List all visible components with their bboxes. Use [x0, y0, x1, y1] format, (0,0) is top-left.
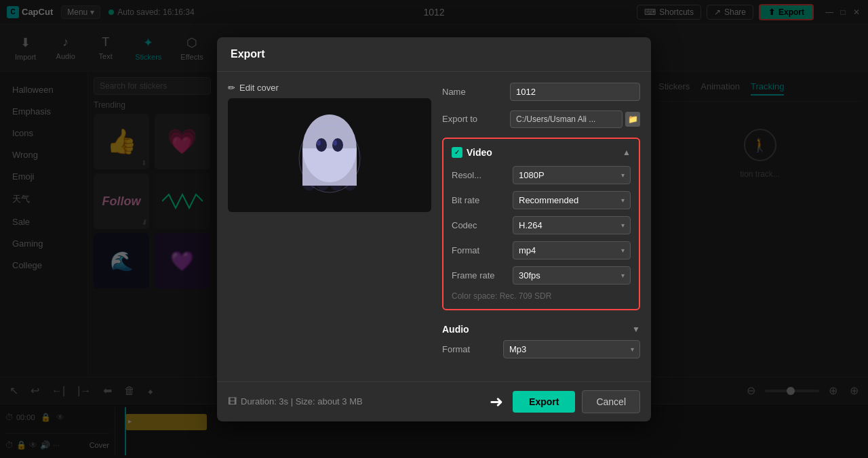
bitrate-arrow: ▾: [621, 196, 625, 204]
video-checkbox[interactable]: ✓: [452, 147, 462, 158]
edit-pencil-icon: ✏: [228, 83, 235, 93]
cover-section: ✏ Edit cover: [228, 83, 431, 371]
cover-preview: [228, 98, 431, 212]
bitrate-value: Recommended: [519, 195, 578, 205]
framerate-row: Frame rate 30fps ▾: [452, 266, 631, 285]
export-confirm-label: Export: [529, 396, 559, 407]
export-confirm-button[interactable]: Export: [513, 391, 575, 413]
name-input[interactable]: [510, 83, 640, 101]
codec-row: Codec H.264 ▾: [452, 216, 631, 234]
bitrate-label: Bit rate: [452, 195, 513, 205]
resolution-row: Resol... 1080P ▾: [452, 166, 631, 184]
edit-cover-button[interactable]: ✏ Edit cover: [228, 83, 431, 93]
framerate-value: 30fps: [519, 270, 540, 280]
audio-format-dropdown[interactable]: Mp3 ▾: [503, 340, 640, 358]
export-modal: Export ✏ Edit cover: [217, 37, 651, 421]
format-label: Format: [452, 245, 513, 255]
ghost-illustration: [289, 108, 370, 203]
codec-label: Codec: [452, 220, 513, 230]
framerate-arrow: ▾: [621, 272, 625, 279]
codec-value: H.264: [519, 220, 542, 230]
resolution-value: 1080P: [519, 170, 545, 180]
film-icon: 🎞: [228, 396, 237, 407]
audio-section-header: Audio ▼: [442, 324, 640, 335]
svg-point-4: [317, 140, 321, 146]
export-to-label: Export to: [442, 114, 510, 124]
svg-point-5: [333, 140, 337, 146]
export-modal-overlay: Export ✏ Edit cover: [0, 0, 868, 458]
modal-body: ✏ Edit cover: [217, 72, 651, 381]
audio-section-title: Audio: [442, 324, 628, 335]
resolution-dropdown[interactable]: 1080P ▾: [513, 166, 631, 184]
format-value: mp4: [519, 245, 536, 255]
format-arrow: ▾: [621, 247, 625, 254]
video-section-title: Video: [467, 147, 618, 158]
export-path-display: C:/Users/Usman Ali ...: [510, 110, 623, 128]
codec-dropdown[interactable]: H.264 ▾: [513, 216, 631, 234]
export-to-row: Export to C:/Users/Usman Ali ... 📁: [442, 110, 640, 128]
browse-folder-button[interactable]: 📁: [625, 112, 640, 127]
cancel-label: Cancel: [596, 396, 626, 407]
svg-rect-1: [302, 148, 357, 186]
export-path-text: C:/Users/Usman Ali ...: [516, 114, 595, 124]
format-row: Format mp4 ▾: [452, 241, 631, 259]
audio-format-value: Mp3: [509, 344, 526, 354]
audio-format-arrow: ▾: [631, 346, 634, 353]
duration-size-info: 🎞 Duration: 3s | Size: about 3 MB: [228, 396, 363, 407]
bitrate-dropdown[interactable]: Recommended ▾: [513, 191, 631, 209]
audio-format-label: Format: [442, 344, 503, 354]
footer-buttons: ➜ Export Cancel: [490, 390, 640, 413]
video-section-header: ✓ Video ▲: [452, 147, 631, 158]
video-collapse-button[interactable]: ▲: [623, 148, 631, 157]
folder-icon: 📁: [628, 114, 638, 124]
modal-footer: 🎞 Duration: 3s | Size: about 3 MB ➜ Expo…: [217, 381, 651, 421]
color-space-text: Color space: Rec. 709 SDR: [452, 291, 631, 301]
format-dropdown[interactable]: mp4 ▾: [513, 241, 631, 259]
edit-cover-label: Edit cover: [239, 83, 279, 93]
modal-header: Export: [217, 37, 651, 72]
export-arrow-indicator: ➜: [490, 392, 503, 411]
audio-format-row: Format Mp3 ▾: [442, 340, 640, 358]
modal-title: Export: [231, 48, 265, 60]
name-label: Name: [442, 87, 510, 97]
audio-collapse-button[interactable]: ▼: [632, 325, 640, 334]
audio-section: Audio ▼ Format Mp3 ▾: [442, 318, 640, 371]
framerate-label: Frame rate: [452, 270, 513, 280]
framerate-dropdown[interactable]: 30fps ▾: [513, 266, 631, 285]
video-section: ✓ Video ▲ Resol... 1080P ▾ Bit: [442, 138, 640, 310]
resolution-arrow: ▾: [621, 171, 625, 179]
duration-size-text: Duration: 3s | Size: about 3 MB: [241, 396, 363, 407]
resolution-label: Resol...: [452, 170, 513, 180]
codec-arrow: ▾: [621, 222, 625, 229]
cancel-button[interactable]: Cancel: [582, 390, 640, 413]
export-settings: Name Export to C:/Users/Usman Ali ... 📁: [442, 83, 640, 371]
bitrate-row: Bit rate Recommended ▾: [452, 191, 631, 209]
name-setting-row: Name: [442, 83, 640, 101]
